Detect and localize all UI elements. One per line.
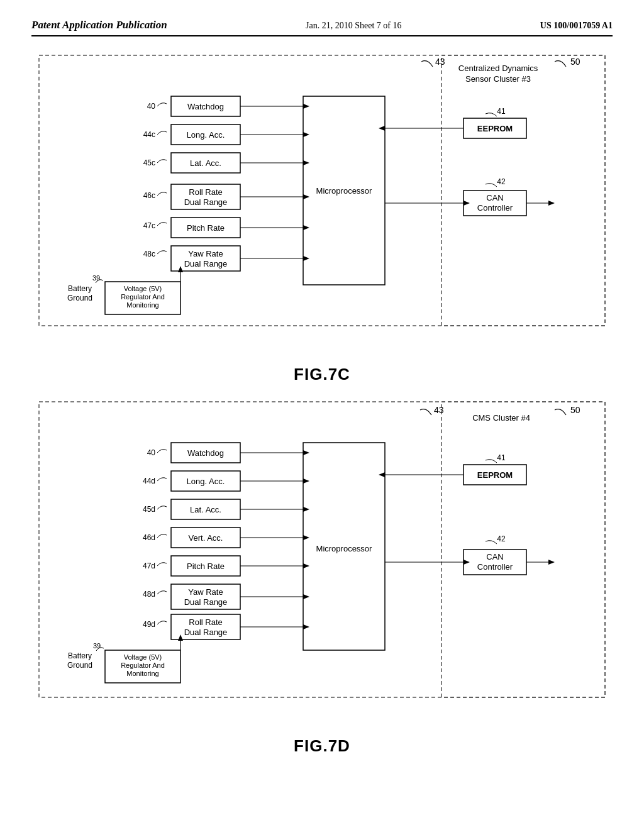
svg-text:48c: 48c — [143, 250, 155, 258]
svg-text:Watchdog: Watchdog — [187, 448, 224, 458]
svg-text:Vert. Acc.: Vert. Acc. — [189, 533, 223, 543]
svg-marker-33 — [303, 160, 309, 165]
svg-text:Yaw Rate: Yaw Rate — [188, 249, 223, 258]
svg-text:Roll Rate: Roll Rate — [189, 187, 222, 197]
svg-text:CAN: CAN — [486, 193, 503, 202]
svg-marker-93 — [303, 450, 309, 455]
svg-text:42: 42 — [497, 534, 506, 543]
svg-text:41: 41 — [497, 107, 506, 116]
svg-text:Roll Rate: Roll Rate — [189, 617, 222, 627]
svg-text:Ground: Ground — [67, 661, 92, 670]
svg-marker-118 — [548, 560, 555, 565]
svg-text:39: 39 — [93, 642, 101, 650]
fig7c-section: Centralized Dynamics Sensor Cluster #3 5… — [31, 49, 613, 384]
fig7c-diagram: Centralized Dynamics Sensor Cluster #3 5… — [33, 49, 611, 357]
svg-text:Yaw Rate: Yaw Rate — [188, 587, 223, 597]
header-left: Patent Application Publication — [31, 19, 167, 31]
svg-text:Lat. Acc.: Lat. Acc. — [190, 505, 221, 514]
svg-text:43: 43 — [435, 57, 445, 67]
svg-text:Ground: Ground — [67, 294, 92, 302]
svg-marker-39 — [303, 256, 309, 261]
svg-text:Sensor Cluster #3: Sensor Cluster #3 — [465, 74, 531, 84]
svg-text:EEPROM: EEPROM — [477, 124, 513, 133]
svg-text:47d: 47d — [143, 562, 155, 570]
svg-text:47c: 47c — [143, 221, 155, 230]
svg-text:Centralized Dynamics: Centralized Dynamics — [458, 64, 538, 73]
svg-text:EEPROM: EEPROM — [477, 470, 513, 480]
svg-marker-35 — [303, 194, 309, 199]
svg-text:Long. Acc.: Long. Acc. — [187, 130, 225, 140]
svg-text:Long. Acc.: Long. Acc. — [187, 477, 225, 486]
svg-text:46c: 46c — [143, 191, 155, 200]
page-header: Patent Application Publication Jan. 21, … — [31, 19, 613, 36]
svg-text:Dual Range: Dual Range — [184, 597, 228, 607]
svg-marker-99 — [303, 535, 309, 540]
svg-text:39: 39 — [92, 274, 100, 282]
svg-marker-31 — [303, 132, 309, 137]
svg-text:40: 40 — [147, 448, 156, 457]
header-right: US 100/0017059 A1 — [540, 21, 613, 31]
svg-text:Controller: Controller — [477, 203, 513, 213]
svg-text:Voltage (5V): Voltage (5V) — [124, 653, 162, 661]
svg-marker-61 — [178, 266, 183, 272]
svg-text:44c: 44c — [143, 130, 155, 139]
svg-text:50: 50 — [570, 57, 580, 67]
svg-marker-101 — [303, 563, 309, 568]
svg-text:44d: 44d — [143, 477, 155, 485]
svg-marker-52 — [548, 201, 555, 206]
svg-text:45c: 45c — [143, 158, 155, 167]
svg-text:Dual Range: Dual Range — [184, 628, 228, 637]
svg-text:Monitoring: Monitoring — [126, 301, 158, 309]
svg-marker-37 — [303, 225, 309, 230]
svg-text:Regulator And: Regulator And — [121, 293, 165, 301]
svg-text:Dual Range: Dual Range — [184, 197, 228, 207]
fig7d-section: CMS Cluster #4 50 43 40 Watchdog 44d Lon… — [31, 396, 613, 756]
svg-text:50: 50 — [570, 405, 580, 415]
svg-text:Watchdog: Watchdog — [187, 102, 224, 111]
svg-text:Voltage (5V): Voltage (5V) — [124, 285, 162, 292]
svg-text:40: 40 — [147, 102, 156, 111]
svg-text:Monitoring: Monitoring — [126, 670, 158, 677]
svg-text:Regulator And: Regulator And — [121, 661, 165, 669]
header-center: Jan. 21, 2010 Sheet 7 of 16 — [306, 21, 401, 31]
svg-text:CMS Cluster #4: CMS Cluster #4 — [472, 413, 530, 423]
svg-text:Pitch Rate: Pitch Rate — [187, 223, 225, 233]
svg-text:48d: 48d — [143, 590, 155, 599]
svg-text:CAN: CAN — [486, 552, 503, 562]
svg-marker-29 — [303, 104, 309, 109]
svg-text:Microprocessor: Microprocessor — [316, 544, 373, 553]
svg-marker-114 — [379, 472, 385, 477]
svg-text:Dual Range: Dual Range — [184, 259, 228, 268]
svg-marker-103 — [303, 594, 309, 599]
svg-text:Controller: Controller — [477, 562, 513, 572]
page: Patent Application Publication Jan. 21, … — [0, 0, 644, 830]
svg-marker-50 — [464, 201, 470, 206]
fig7d-diagram: CMS Cluster #4 50 43 40 Watchdog 44d Lon… — [33, 396, 611, 729]
svg-marker-97 — [303, 507, 309, 512]
svg-text:Lat. Acc.: Lat. Acc. — [190, 158, 221, 168]
svg-text:Battery: Battery — [68, 284, 92, 293]
svg-marker-127 — [178, 634, 183, 641]
svg-text:42: 42 — [497, 177, 506, 186]
svg-text:41: 41 — [497, 453, 506, 462]
svg-text:Pitch Rate: Pitch Rate — [187, 562, 225, 571]
svg-text:43: 43 — [434, 405, 444, 415]
svg-marker-48 — [379, 126, 385, 131]
svg-text:45d: 45d — [143, 505, 155, 514]
svg-text:Battery: Battery — [68, 651, 92, 660]
fig7c-label: FIG.7C — [31, 365, 613, 384]
svg-text:46d: 46d — [143, 533, 155, 542]
svg-text:49d: 49d — [143, 620, 155, 629]
fig7d-label: FIG.7D — [31, 736, 613, 756]
svg-marker-116 — [464, 560, 470, 565]
svg-marker-105 — [303, 624, 309, 629]
svg-marker-95 — [303, 479, 309, 484]
svg-text:Microprocessor: Microprocessor — [316, 186, 373, 196]
